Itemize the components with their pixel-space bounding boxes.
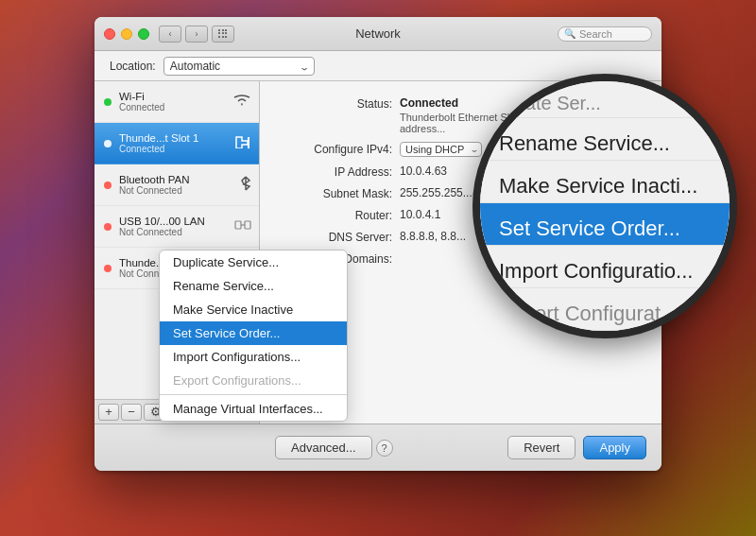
nav-buttons: ‹ › [159, 26, 208, 43]
menu-item-duplicate[interactable]: Duplicate Service... [160, 251, 347, 274]
service-info-usb: USB 10/...00 LAN Not Connected [119, 216, 227, 237]
mag-item-order: Set Service Order... [480, 203, 730, 246]
service-status-usb: Not Connected [119, 227, 227, 237]
revert-button[interactable]: Revert [507, 436, 576, 459]
status-label: Status: [279, 96, 392, 111]
service-info-wifi: Wi-Fi Connected [119, 91, 225, 112]
mag-item-import: Import Configuratio... [480, 246, 730, 288]
sidebar-item-wifi[interactable]: Wi-Fi Connected [94, 81, 259, 123]
status-dot-active [104, 140, 112, 147]
usb-icon [234, 218, 251, 234]
status-dot-usb [104, 223, 112, 231]
mag-item-rename: Rename Service... [480, 118, 730, 161]
search-icon: 🔍 [564, 28, 576, 39]
remove-service-button[interactable]: − [121, 404, 142, 421]
menu-item-import[interactable]: Import Configurations... [160, 345, 347, 369]
location-select[interactable]: Automatic [163, 57, 315, 76]
menu-item-make-inactive[interactable]: Make Service Inactive [160, 298, 347, 321]
sidebar-item-bluetooth[interactable]: Bluetooth PAN Not Connected [94, 164, 259, 206]
magnifier-content: ...eate Ser... Rename Service... Make Se… [480, 81, 730, 331]
menu-item-export: Export Configurations... [160, 369, 347, 392]
service-info-bluetooth: Bluetooth PAN Not Connected [119, 174, 232, 196]
bottom-bar: Advanced... ? Revert Apply [94, 424, 662, 471]
router-label: Router: [279, 208, 392, 222]
status-dot-bridge [104, 265, 112, 272]
service-status-bluetooth: Not Connected [119, 185, 232, 196]
status-dot-bluetooth [104, 182, 112, 189]
service-name-usb: USB 10/...00 LAN [119, 216, 227, 227]
dns-label: DNS Server: [279, 230, 392, 244]
network-preferences-window: ‹ › Network 🔍 Search Location: Automatic [94, 17, 662, 471]
apps-grid-button[interactable] [212, 26, 234, 43]
sidebar-item-thunderbolt1[interactable]: Thunde...t Slot 1 Connected [94, 123, 259, 164]
wifi-icon [232, 94, 251, 110]
bluetooth-icon [240, 176, 251, 194]
advanced-button-container: Advanced... ? [275, 436, 393, 459]
service-name-wifi: Wi-Fi [119, 91, 225, 102]
status-dot-green [104, 98, 112, 106]
configure-select[interactable]: Using DHCP [400, 142, 482, 157]
ip-label: IP Address: [279, 164, 392, 179]
configure-label: Configure IPv4: [279, 142, 392, 156]
help-button[interactable]: ? [376, 440, 393, 457]
titlebar: ‹ › Network 🔍 Search [94, 17, 662, 51]
menu-item-set-order[interactable]: Set Service Order... [160, 321, 347, 345]
search-placeholder: Search [579, 28, 612, 40]
advanced-button[interactable]: Advanced... [275, 436, 372, 459]
service-name-thunderbolt1: Thunde...t Slot 1 [119, 132, 227, 144]
window-title: Network [355, 26, 401, 41]
search-box[interactable]: 🔍 Search [558, 26, 652, 42]
maximize-button[interactable] [138, 28, 149, 40]
magnifier: ...eate Ser... Rename Service... Make Se… [472, 74, 737, 338]
service-name-bluetooth: Bluetooth PAN [119, 174, 232, 185]
grid-icon [218, 29, 228, 39]
apply-button[interactable]: Apply [583, 436, 646, 459]
menu-item-rename[interactable]: Rename Service... [160, 274, 347, 298]
mag-item-inactive: Make Service Inacti... [480, 161, 730, 203]
back-button[interactable]: ‹ [159, 26, 181, 43]
svg-rect-0 [235, 221, 241, 229]
menu-item-virtual-interfaces[interactable]: Manage Virtual Interfaces... [160, 397, 347, 421]
menu-divider [160, 394, 347, 395]
svg-rect-1 [245, 221, 250, 229]
minimize-button[interactable] [121, 28, 132, 40]
service-status-thunderbolt1: Connected [119, 144, 227, 154]
service-status-wifi: Connected [119, 102, 225, 112]
configure-value: Using DHCP [405, 144, 464, 155]
sidebar-item-usb-lan[interactable]: USB 10/...00 LAN Not Connected [94, 206, 259, 248]
add-service-button[interactable]: + [98, 404, 119, 421]
thunderbolt1-icon [234, 135, 251, 151]
close-button[interactable] [104, 28, 115, 40]
subnet-label: Subnet Mask: [279, 186, 392, 200]
forward-button[interactable]: › [185, 26, 208, 43]
location-value: Automatic [170, 60, 220, 73]
traffic-lights [104, 28, 149, 40]
context-menu: Duplicate Service... Rename Service... M… [159, 250, 348, 422]
service-info-thunderbolt1: Thunde...t Slot 1 Connected [119, 132, 227, 154]
location-label: Location: [110, 60, 156, 73]
status-connected-value: Connected [400, 96, 458, 110]
